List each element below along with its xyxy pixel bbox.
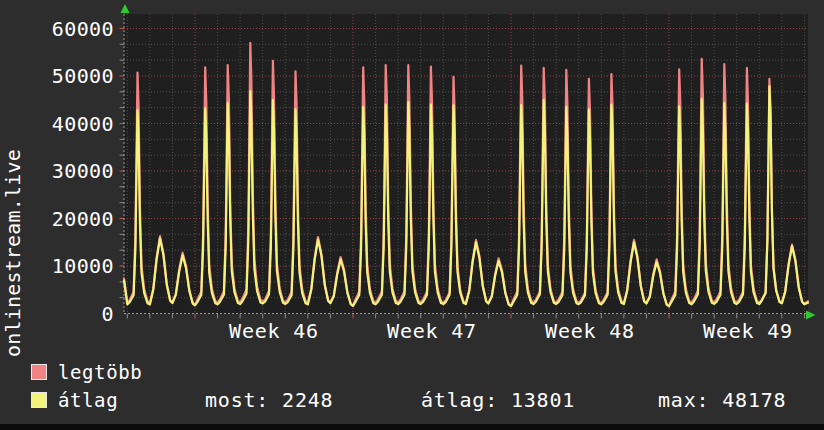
legend-item-avg: átlag bbox=[31, 390, 118, 410]
stat-current: most: 2248 bbox=[205, 389, 333, 411]
y-axis-label: 40000 bbox=[2, 112, 114, 136]
legend-swatch-avg-icon bbox=[31, 392, 47, 408]
x-axis-label: Week 47 bbox=[372, 320, 492, 342]
x-axis-label: Week 46 bbox=[214, 320, 334, 342]
stat-max: max: 48178 bbox=[658, 389, 786, 411]
legend-label-max: legtöbb bbox=[58, 362, 142, 382]
y-axis-label: 60000 bbox=[2, 17, 114, 41]
legend-item-max: legtöbb bbox=[31, 362, 142, 382]
monitoring-graph: 0100002000030000400005000060000Week 46We… bbox=[0, 0, 824, 430]
x-axis-label: Week 49 bbox=[688, 320, 808, 342]
bottom-strip bbox=[0, 424, 824, 430]
legend-swatch-max-icon bbox=[31, 364, 47, 380]
x-axis-label: Week 48 bbox=[530, 320, 650, 342]
stat-average: átlag: 13801 bbox=[421, 389, 575, 411]
y-axis-label: 50000 bbox=[2, 64, 114, 88]
legend-label-avg: átlag bbox=[58, 390, 118, 410]
vertical-axis-title: onlinestream.live bbox=[1, 148, 25, 358]
